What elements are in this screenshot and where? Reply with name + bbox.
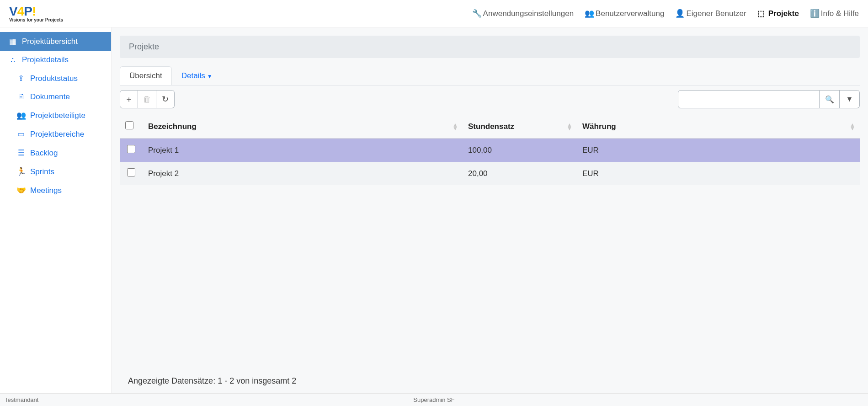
grid-icon: ▦	[8, 37, 17, 46]
sidebar-item-label: Produktstatus	[30, 74, 78, 83]
search-input[interactable]	[678, 90, 820, 108]
table-row[interactable]: Projekt 2 20,00 EUR	[120, 162, 860, 185]
nav-own-user[interactable]: 👤 Eigener Benutzer	[675, 9, 746, 18]
sidebar-item-label: Projektbereiche	[30, 130, 84, 139]
sort-icon: ▲▼	[453, 123, 458, 130]
row-checkbox[interactable]	[127, 168, 135, 176]
logo-letter: 4	[17, 4, 24, 18]
layout-icon: ▭	[16, 129, 26, 139]
sidebar: ▦ Projektübersicht ⛬ Projektdetails ⇪ Pr…	[0, 27, 112, 406]
sidebar-item-product-status[interactable]: ⇪ Produktstatus	[0, 69, 111, 88]
status-bar: Testmandant Superadmin SF	[0, 393, 868, 406]
trash-icon: 🗑	[143, 95, 151, 104]
app-header: V4P! Visions for your Projects 🔧 Anwendu…	[0, 0, 868, 27]
running-icon: 🏃	[16, 167, 26, 176]
file-icon: 🗎	[16, 92, 26, 102]
sidebar-item-label: Sprints	[30, 167, 54, 176]
refresh-icon: ↻	[162, 94, 169, 104]
cell-waehrung: EUR	[577, 162, 860, 185]
logo-letter: !	[32, 4, 36, 18]
sidebar-item-label: Projektdetails	[22, 55, 69, 64]
sidebar-item-label: Projektbeteiligte	[30, 111, 85, 120]
sidebar-item-documents[interactable]: 🗎 Dokumente	[0, 88, 111, 106]
logo-letter: P	[24, 4, 32, 18]
col-label: Stundensatz	[468, 122, 514, 131]
info-circle-icon: ℹ️	[810, 9, 818, 18]
nav-label: Eigener Benutzer	[686, 9, 746, 18]
list-icon: ☰	[16, 148, 26, 158]
filter-icon: ▼	[846, 95, 853, 103]
user-circle-icon: 👤	[675, 9, 683, 18]
sidebar-item-label: Backlog	[30, 149, 58, 158]
cell-waehrung: EUR	[577, 139, 860, 162]
projects-table: Bezeichnung▲▼ Stundensatz▲▼ Währung▲▼ Pr…	[120, 115, 860, 185]
sort-icon: ▲▼	[850, 123, 855, 130]
cell-stundensatz: 100,00	[463, 139, 577, 162]
col-header-stundensatz[interactable]: Stundensatz▲▼	[463, 115, 577, 139]
sidebar-item-sprints[interactable]: 🏃 Sprints	[0, 162, 111, 181]
sidebar-item-areas[interactable]: ▭ Projektbereiche	[0, 125, 111, 144]
logo-letter: V	[9, 4, 17, 18]
action-button-group: ＋ 🗑 ↻	[120, 90, 175, 108]
col-header-select	[120, 115, 143, 139]
col-header-bezeichnung[interactable]: Bezeichnung▲▼	[143, 115, 463, 139]
cell-bezeichnung: Projekt 1	[143, 139, 463, 162]
main-content: Projekte Übersicht Details▼ ＋ 🗑 ↻ 🔍 ▼	[112, 27, 868, 406]
col-label: Währung	[582, 122, 616, 131]
tab-overview[interactable]: Übersicht	[120, 66, 172, 85]
sidebar-item-backlog[interactable]: ☰ Backlog	[0, 144, 111, 162]
top-nav: 🔧 Anwendungseinstellungen 👥 Benutzerverw…	[472, 9, 859, 18]
nav-info-help[interactable]: ℹ️ Info & Hilfe	[810, 9, 859, 18]
sidebar-item-overview[interactable]: ▦ Projektübersicht	[0, 32, 111, 51]
refresh-button[interactable]: ↻	[156, 90, 175, 108]
search-group: 🔍 ▼	[678, 90, 860, 108]
cell-bezeichnung: Projekt 2	[143, 162, 463, 185]
tenant-label: Testmandant	[5, 396, 38, 403]
tab-label: Details	[181, 71, 205, 80]
plus-icon: ＋	[125, 94, 133, 105]
sidebar-item-meetings[interactable]: 🤝 Meetings	[0, 181, 111, 200]
cell-stundensatz: 20,00	[463, 162, 577, 185]
logo-subtitle: Visions for your Projects	[9, 18, 63, 22]
upload-icon: ⇪	[16, 74, 26, 83]
diagram-icon: ⛬	[8, 55, 17, 64]
nav-label: Benutzerverwaltung	[596, 9, 664, 18]
select-all-checkbox[interactable]	[125, 121, 133, 129]
sitemap-icon: ⬚	[757, 9, 766, 18]
user-label: Superadmin SF	[413, 396, 454, 403]
nav-app-settings[interactable]: 🔧 Anwendungseinstellungen	[472, 9, 574, 18]
nav-label: Info & Hilfe	[821, 9, 859, 18]
sidebar-item-stakeholders[interactable]: 👥 Projektbeteiligte	[0, 106, 111, 125]
nav-projects[interactable]: ⬚ Projekte	[757, 9, 799, 18]
sidebar-item-label: Projektübersicht	[22, 37, 78, 46]
wrench-icon: 🔧	[472, 9, 480, 18]
handshake-icon: 🤝	[16, 186, 26, 195]
sidebar-item-details[interactable]: ⛬ Projektdetails	[0, 51, 111, 69]
search-button[interactable]: 🔍	[820, 90, 840, 108]
toolbar: ＋ 🗑 ↻ 🔍 ▼	[120, 90, 860, 108]
table-row[interactable]: Projekt 1 100,00 EUR	[120, 139, 860, 162]
caret-down-icon: ▼	[207, 73, 213, 80]
record-count: Angezeigte Datensätze: 1 - 2 von insgesa…	[128, 376, 296, 386]
sort-icon: ▲▼	[567, 123, 572, 130]
tab-details[interactable]: Details▼	[172, 66, 222, 85]
sidebar-item-label: Meetings	[30, 186, 62, 195]
search-icon: 🔍	[825, 96, 834, 103]
col-label: Bezeichnung	[148, 122, 197, 131]
delete-button[interactable]: 🗑	[138, 90, 156, 108]
nav-label: Anwendungseinstellungen	[483, 9, 574, 18]
logo[interactable]: V4P! Visions for your Projects	[9, 5, 63, 22]
users-icon: 👥	[585, 9, 593, 18]
add-button[interactable]: ＋	[120, 90, 138, 108]
tabs: Übersicht Details▼	[120, 66, 860, 85]
people-icon: 👥	[16, 111, 26, 120]
row-checkbox[interactable]	[127, 145, 135, 153]
page-title: Projekte	[120, 36, 860, 58]
nav-user-management[interactable]: 👥 Benutzerverwaltung	[585, 9, 664, 18]
sidebar-item-label: Dokumente	[30, 92, 70, 102]
tab-label: Übersicht	[129, 71, 162, 80]
col-header-waehrung[interactable]: Währung▲▼	[577, 115, 860, 139]
filter-button[interactable]: ▼	[840, 90, 860, 108]
nav-label: Projekte	[768, 9, 799, 18]
